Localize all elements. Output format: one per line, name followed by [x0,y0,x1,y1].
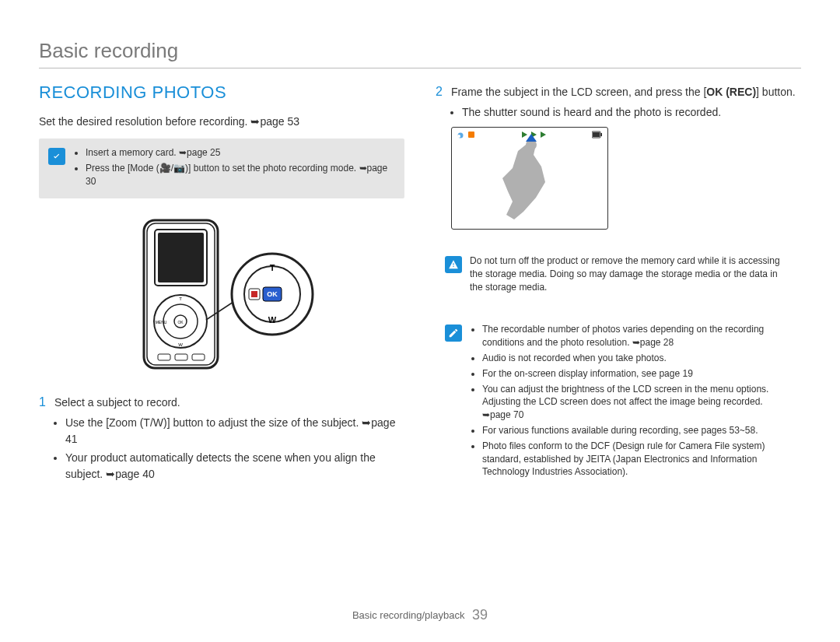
step-1: 1 Select a subject to record. Use the [Z… [39,393,404,482]
check-icon [48,148,65,165]
step-text-bold: [OK (REC)] [703,86,759,98]
device-illustration: T W MENU OK OK T W [39,212,404,379]
subject-silhouette [452,128,607,229]
svg-marker-32 [502,142,545,219]
footer-section: Basic recording/playback [352,609,465,621]
step-bullet: The shutter sound is heard and the photo… [462,104,801,121]
svg-text:OK: OK [177,320,184,325]
page-footer: Basic recording/playback 39 [0,607,840,623]
pointer-icon [526,134,537,142]
svg-text:W: W [178,342,183,347]
svg-rect-12 [175,354,187,360]
svg-text:W: W [268,315,277,325]
prerequisites-list: Insert a memory card. ➥page 25 Press the… [73,146,395,190]
step-2: 2 Frame the subject in the LCD screen, a… [436,82,801,121]
warning-box: Do not turn off the product or remove th… [436,247,801,301]
svg-text:MENU: MENU [156,320,167,325]
prerequisites-box: Insert a memory card. ➥page 25 Press the… [39,139,404,198]
step-text: Frame the subject in the LCD screen, and… [451,86,704,98]
notes-box: The recordable number of photos varies d… [436,315,801,489]
step-number: 1 [39,393,51,412]
page-title: Basic recording [39,39,801,68]
step-bullet: Your product automatically detects the s… [65,450,404,482]
note-item: For the on-screen display information, s… [482,367,792,381]
note-item: For various functions available during r… [482,424,792,437]
note-item: The recordable number of photos varies d… [482,323,792,349]
note-item: You can adjust the brightness of the LCD… [482,383,792,422]
svg-rect-3 [158,233,204,282]
intro-text: Set the desired resolution before record… [39,114,404,129]
note-icon [445,325,462,342]
step-bullet: Use the [Zoom (T/W)] button to adjust th… [65,415,404,447]
step-number: 2 [436,82,448,101]
notes-list: The recordable number of photos varies d… [470,323,792,481]
prereq-item: Insert a memory card. ➥page 25 [86,146,395,160]
svg-rect-13 [192,354,205,360]
svg-text:T: T [270,263,275,272]
step-text: button. [762,86,796,98]
prereq-item: Press the [Mode (🎥/📷)] button to set the… [86,162,395,188]
right-column: 2 Frame the subject in the LCD screen, a… [436,82,801,503]
page-number: 39 [472,607,488,623]
svg-text:T: T [179,296,182,301]
warning-icon [445,256,462,273]
svg-rect-19 [251,291,257,297]
svg-text:OK: OK [267,290,278,298]
section-heading: RECORDING PHOTOS [39,82,404,103]
svg-rect-11 [158,354,170,360]
step-title: Select a subject to record. [54,396,180,409]
warning-text: Do not turn off the product or remove th… [470,254,792,293]
left-column: RECORDING PHOTOS Set the desired resolut… [39,82,404,503]
note-item: Audio is not recorded when you take phot… [482,352,792,365]
lcd-preview [451,127,608,230]
note-item: Photo files conform to the DCF (Design r… [482,440,792,479]
